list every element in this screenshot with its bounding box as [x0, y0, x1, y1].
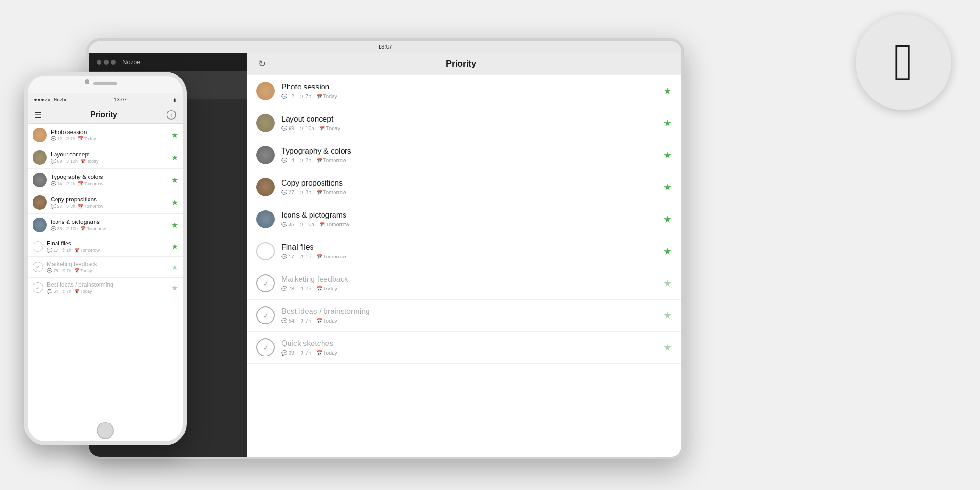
- table-row[interactable]: ✓ Marketing feedback 💬78 ⏱7h 📅Today ★: [247, 267, 681, 300]
- avatar: [256, 82, 275, 100]
- avatar: [256, 210, 275, 228]
- task-name: Icons & pictograms: [51, 219, 167, 225]
- task-info: Marketing feedback 💬 78 ⏱ 7h 📅 Today: [47, 261, 167, 273]
- star-icon[interactable]: ★: [171, 221, 178, 230]
- task-info: Final files 💬 17 ⏱ 1h 📅 Tomorrow: [47, 240, 167, 253]
- due-date: 📅Tomorrow: [319, 222, 349, 227]
- list-item[interactable]: Photo session 💬 12 ⏱ 7h 📅 Today ★: [28, 124, 183, 146]
- ipad-sidebar-header: Nozbe: [89, 53, 247, 71]
- dot3: [41, 99, 44, 101]
- due-date: 📅Today: [316, 318, 337, 323]
- list-item[interactable]: Typography & colors 💬 14 ⏱ 2h 📅 Tomorrow…: [28, 169, 183, 191]
- list-item[interactable]: ✓ Best ideas / brainstorming 💬 54 ⏱ 7h 📅…: [28, 278, 183, 298]
- list-item[interactable]: Layout concept 💬 69 ⏱ 10h 📅 Today ★: [28, 146, 183, 169]
- task-name: Typography & colors: [51, 174, 167, 180]
- task-info: Copy propositions 💬 27 ⏱ 3h 📅 Tomorrow: [51, 196, 167, 209]
- star-icon[interactable]: ★: [663, 149, 672, 161]
- star-icon[interactable]: ★: [171, 242, 178, 251]
- task-check-icon: ✓: [256, 274, 275, 292]
- task-info: Icons & pictograms 💬 35 ⏱ 10h 📅 Tomorrow: [51, 219, 167, 231]
- star-icon[interactable]: ★: [663, 181, 672, 193]
- task-avatar-placeholder: [256, 242, 275, 260]
- due-date: 📅Today: [316, 350, 337, 356]
- dot3: [111, 60, 116, 65]
- task-name: Photo session: [281, 83, 657, 91]
- due-date: 📅 Tomorrow: [78, 204, 103, 209]
- comment-count: 💬 35: [51, 226, 62, 231]
- task-info: Typography & colors 💬 14 ⏱ 2h 📅 Tomorrow: [51, 174, 167, 186]
- task-meta: 💬 35 ⏱ 10h 📅 Tomorrow: [51, 226, 167, 231]
- star-icon[interactable]: ★: [171, 283, 178, 292]
- iphone-time: 13:07: [114, 97, 127, 102]
- time-estimate: ⏱ 7h: [61, 268, 72, 273]
- star-icon[interactable]: ★: [663, 117, 672, 129]
- ipad-main-header: ↻ Priority: [247, 53, 681, 75]
- star-icon[interactable]: ★: [663, 85, 672, 97]
- iphone-home-button[interactable]: [97, 422, 114, 439]
- menu-icon[interactable]: ☰: [34, 111, 41, 120]
- task-name: Quick sketches: [281, 339, 657, 348]
- due-date: 📅Tomorrow: [316, 254, 346, 259]
- star-icon[interactable]: ★: [171, 153, 178, 162]
- table-row[interactable]: Layout concept 💬69 ⏱10h 📅Today ★: [247, 107, 681, 139]
- time-estimate: ⏱ 10h: [65, 226, 78, 231]
- star-icon[interactable]: ★: [171, 198, 178, 207]
- iphone-battery: ▮: [173, 97, 176, 102]
- due-date: 📅 Today: [74, 268, 92, 273]
- star-icon[interactable]: ★: [663, 245, 672, 257]
- list-item[interactable]: Copy propositions 💬 27 ⏱ 3h 📅 Tomorrow ★: [28, 191, 183, 214]
- task-meta: 💬35 ⏱10h 📅Tomorrow: [281, 222, 657, 227]
- avatar: [33, 150, 47, 165]
- dot1: [34, 99, 37, 101]
- due-date: 📅Tomorrow: [316, 189, 346, 195]
- table-row[interactable]: ✓ Quick sketches 💬39 ⏱7h 📅Today ★: [247, 332, 681, 364]
- star-icon[interactable]: ★: [171, 263, 178, 272]
- list-item[interactable]: Icons & pictograms 💬 35 ⏱ 10h 📅 Tomorrow…: [28, 214, 183, 236]
- table-row[interactable]: Photo session 💬12 ⏱7h 📅Today ★: [247, 75, 681, 107]
- star-icon[interactable]: ★: [663, 278, 672, 289]
- task-meta: 💬27 ⏱3h 📅Tomorrow: [281, 189, 657, 195]
- comment-count: 💬17: [281, 254, 294, 259]
- task-name: Best ideas / brainstorming: [47, 281, 167, 288]
- refresh-icon[interactable]: ↻: [258, 58, 266, 69]
- ipad-main-title: Priority: [266, 59, 657, 69]
- task-meta: 💬39 ⏱7h 📅Today: [281, 350, 657, 356]
- avatar: [256, 146, 275, 164]
- table-row[interactable]: ✓ Best ideas / brainstorming 💬54 ⏱7h 📅To…: [247, 300, 681, 332]
- task-name: Typography & colors: [281, 147, 657, 156]
- table-row[interactable]: Icons & pictograms 💬35 ⏱10h 📅Tomorrow ★: [247, 203, 681, 235]
- dot4: [45, 99, 47, 101]
- task-meta: 💬78 ⏱7h 📅Today: [281, 286, 657, 291]
- due-date: 📅 Tomorrow: [78, 181, 103, 186]
- info-icon[interactable]: i: [167, 110, 176, 120]
- task-name: Layout concept: [281, 115, 657, 123]
- time-estimate: ⏱ 3h: [65, 204, 76, 209]
- star-icon[interactable]: ★: [171, 176, 178, 185]
- due-date: 📅 Today: [74, 289, 92, 294]
- list-item[interactable]: Final files 💬 17 ⏱ 1h 📅 Tomorrow ★: [28, 236, 183, 257]
- table-row[interactable]: Final files 💬17 ⏱1h 📅Tomorrow ★: [247, 235, 681, 267]
- time-estimate: ⏱ 10h: [65, 159, 78, 164]
- task-check-icon: ✓: [33, 282, 43, 293]
- table-row[interactable]: Copy propositions 💬27 ⏱3h 📅Tomorrow ★: [247, 171, 681, 203]
- due-date: 📅Today: [316, 286, 337, 291]
- time-estimate: ⏱ 1h: [61, 248, 72, 253]
- task-name: Marketing feedback: [281, 275, 657, 284]
- star-icon[interactable]: ★: [171, 131, 178, 140]
- task-info: Typography & colors 💬14 ⏱2h 📅Tomorrow: [281, 147, 657, 163]
- avatar: [33, 218, 47, 232]
- iphone-status-bar: Nozbe 13:07 ▮: [28, 93, 183, 106]
- time-estimate: ⏱7h: [299, 286, 311, 291]
- star-icon[interactable]: ★: [663, 342, 672, 353]
- task-meta: 💬 12 ⏱ 7h 📅 Today: [51, 136, 167, 141]
- star-icon[interactable]: ★: [663, 213, 672, 225]
- list-item[interactable]: ✓ Marketing feedback 💬 78 ⏱ 7h 📅 Today ★: [28, 257, 183, 278]
- comment-count: 💬 54: [47, 289, 58, 294]
- due-date: 📅Today: [319, 125, 340, 131]
- comment-count: 💬 12: [51, 136, 62, 141]
- star-icon[interactable]: ★: [663, 310, 672, 321]
- dot5: [48, 99, 50, 101]
- table-row[interactable]: Typography & colors 💬14 ⏱2h 📅Tomorrow ★: [247, 139, 681, 171]
- iphone-speaker: [93, 82, 117, 85]
- time-estimate: ⏱3h: [299, 189, 311, 195]
